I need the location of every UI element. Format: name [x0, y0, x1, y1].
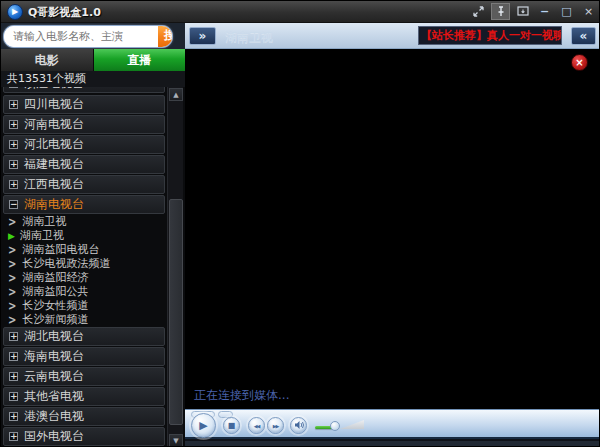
expand-icon: +	[9, 160, 18, 169]
channel-group[interactable]: +福建电视台	[3, 155, 165, 174]
scrollbar-thumb[interactable]	[169, 199, 183, 425]
channel-list: +浙江电视台+四川电视台+河南电视台+河北电视台+福建电视台+江西电视台−湖南电…	[1, 87, 167, 447]
channel-item[interactable]: >湖南卫视	[1, 215, 167, 228]
channel-label: 湖南卫视	[22, 214, 66, 229]
category-tabs: 电影 直播	[1, 49, 185, 71]
channel-label: 湖南益阳经济	[22, 270, 88, 285]
maximize-button[interactable]: □	[557, 3, 576, 20]
search-field-group: 搜索	[4, 26, 172, 47]
expand-icon: +	[9, 180, 18, 189]
channel-item[interactable]: >长沙新闻频道	[1, 313, 167, 326]
expand-icon: +	[9, 372, 18, 381]
close-video-button[interactable]: ×	[571, 54, 588, 71]
channel-label: 福建电视台	[24, 156, 84, 173]
pin-icon	[495, 6, 506, 17]
expand-icon: +	[9, 140, 18, 149]
chevron-right-icon: >	[8, 313, 16, 326]
channel-label: 港澳台电视	[24, 408, 84, 425]
tab-live[interactable]: 直播	[94, 49, 186, 71]
channel-label: 湖南卫视	[20, 228, 64, 243]
channel-label: 长沙新闻频道	[22, 312, 88, 327]
channel-group[interactable]: +港澳台电视	[3, 407, 165, 426]
search-input[interactable]	[4, 26, 158, 47]
scrollbar: ▲ ▼	[167, 87, 183, 447]
channel-label: 河北电视台	[24, 136, 84, 153]
channel-group[interactable]: +河南电视台	[3, 115, 165, 134]
channel-list-panel: +浙江电视台+四川电视台+河南电视台+河北电视台+福建电视台+江西电视台−湖南电…	[1, 87, 185, 447]
now-playing-label: 湖南卫视	[225, 29, 273, 46]
app-logo-icon: ▶	[7, 4, 23, 20]
channel-group[interactable]: +江西电视台	[3, 175, 165, 194]
expand-icon: +	[9, 432, 18, 441]
collapse-icon: −	[9, 200, 18, 209]
channel-group[interactable]: +其他省电视	[3, 387, 165, 406]
minimize-to-tray-button[interactable]	[513, 3, 532, 20]
chevron-right-icon: >	[8, 285, 16, 298]
app-title: Q哥影视盒1.0	[28, 5, 101, 20]
tab-movies[interactable]: 电影	[1, 49, 94, 71]
expand-icon: +	[9, 412, 18, 421]
diagonal-arrows-icon	[473, 6, 484, 17]
channel-group[interactable]: +四川电视台	[3, 95, 165, 114]
clipped-channel-row: +浙江电视台	[1, 87, 167, 94]
expand-sidebar-button[interactable]: »	[189, 27, 216, 45]
volume-slider-knob[interactable]	[330, 421, 340, 431]
channel-label: 长沙电视政法频道	[22, 256, 110, 271]
stop-button[interactable]: ■	[223, 417, 240, 434]
channel-group[interactable]: +云南电视台	[3, 367, 165, 386]
expand-icon: +	[9, 100, 18, 109]
video-player-area[interactable]: × 正在连接到媒体...	[185, 49, 600, 409]
channel-item[interactable]: >长沙电视政法频道	[1, 257, 167, 270]
channel-item[interactable]: >湖南益阳电视台	[1, 243, 167, 256]
channel-label: 浙江电视台	[24, 87, 84, 92]
collapse-panel-button[interactable]: «	[571, 27, 596, 45]
player-toolbar: » 湖南卫视 【站长推荐】真人一对一视聊，想 «	[185, 23, 600, 49]
channel-label: 湖南益阳电视台	[22, 242, 99, 257]
expand-icon: +	[9, 352, 18, 361]
resize-button[interactable]	[469, 3, 488, 20]
channel-group[interactable]: +河北电视台	[3, 135, 165, 154]
marquee-ad[interactable]: 【站长推荐】真人一对一视聊，想	[418, 26, 562, 45]
play-button[interactable]: ▶	[191, 413, 216, 438]
channel-group[interactable]: +海南电视台	[3, 347, 165, 366]
channel-label: 江西电视台	[24, 176, 84, 193]
channel-item[interactable]: ▶湖南卫视	[1, 229, 167, 242]
expand-icon: +	[9, 392, 18, 401]
channel-group[interactable]: +湖北电视台	[3, 327, 165, 346]
previous-icon: ◀◀	[254, 423, 260, 429]
channel-label: 湖南电视台	[24, 196, 84, 213]
channel-item[interactable]: >湖南益阳经济	[1, 271, 167, 284]
previous-button[interactable]: ◀◀	[248, 417, 265, 434]
channel-label: 其他省电视	[24, 388, 84, 405]
tray-window-icon	[517, 6, 529, 17]
channel-label: 四川电视台	[24, 96, 84, 113]
next-button[interactable]: ▶▶	[267, 417, 284, 434]
minimize-button[interactable]: −	[535, 3, 554, 20]
channel-group[interactable]: +浙江电视台	[3, 87, 165, 93]
scroll-up-button[interactable]: ▲	[169, 88, 183, 101]
chevron-right-icon: >	[8, 243, 16, 256]
window-controls: − □ ×	[469, 3, 598, 20]
channel-group[interactable]: +国外电视台	[3, 427, 165, 446]
app-window: ▶ Q哥影视盒1.0 − □ ×	[0, 0, 600, 447]
channel-item[interactable]: >长沙女性频道	[1, 299, 167, 312]
channel-label: 湖南益阳公共	[22, 284, 88, 299]
expand-icon: +	[9, 87, 18, 88]
scroll-down-button[interactable]: ▼	[169, 434, 183, 447]
expand-icon: +	[9, 120, 18, 129]
playing-icon: ▶	[8, 231, 15, 241]
search-button[interactable]: 搜索	[158, 26, 172, 47]
pin-on-top-button[interactable]	[491, 3, 510, 20]
chevron-right-icon: >	[8, 215, 16, 228]
mute-button[interactable]	[290, 417, 307, 434]
channel-label: 湖北电视台	[24, 328, 84, 345]
channel-label: 国外电视台	[24, 428, 84, 445]
close-button[interactable]: ×	[579, 3, 598, 20]
channel-item[interactable]: >湖南益阳公共	[1, 285, 167, 298]
video-count: 共13531个视频	[1, 71, 185, 87]
chevron-right-icon: >	[8, 299, 16, 312]
channel-label: 海南电视台	[24, 348, 84, 365]
play-icon: ▶	[199, 419, 207, 432]
channel-group[interactable]: −湖南电视台	[3, 195, 165, 214]
channel-label: 云南电视台	[24, 368, 84, 385]
